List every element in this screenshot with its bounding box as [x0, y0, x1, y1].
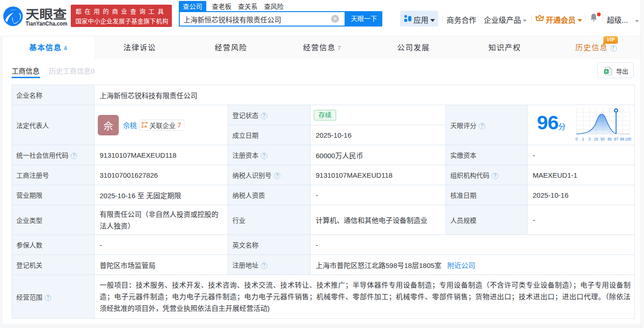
svg-text:99: 99: [620, 137, 624, 141]
svg-text:100: 100: [625, 137, 631, 141]
svg-text:1: 1: [582, 137, 584, 141]
svg-text:50: 50: [600, 137, 605, 141]
svg-text:15: 15: [594, 137, 598, 141]
svg-text:0: 0: [576, 137, 578, 141]
svg-text:97: 97: [614, 137, 618, 141]
svg-text:85: 85: [607, 137, 612, 141]
svg-text:3: 3: [589, 137, 591, 141]
